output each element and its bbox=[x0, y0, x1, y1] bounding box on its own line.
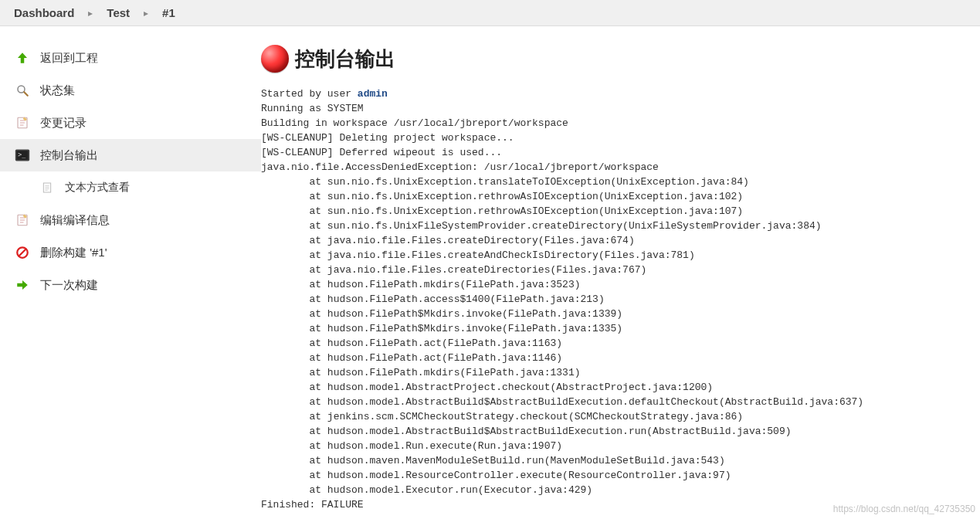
svg-line-1 bbox=[24, 92, 28, 96]
chevron-right-icon: ▸ bbox=[88, 8, 93, 19]
sidebar-item-status[interactable]: 状态集 bbox=[0, 74, 261, 107]
breadcrumb-project[interactable]: Test bbox=[107, 6, 130, 19]
sidebar-item-label: 状态集 bbox=[40, 83, 75, 98]
main-content: 控制台输出 Started by user admin Running as S… bbox=[261, 26, 980, 515]
sidebar: 返回到工程 状态集 变更记录 >_ 控制台输出 文本方式查看 bbox=[0, 26, 261, 515]
arrow-right-icon bbox=[14, 276, 31, 293]
sidebar-item-label: 变更记录 bbox=[40, 116, 86, 131]
page-title: 控制台输出 bbox=[295, 46, 395, 73]
log-body: Running as SYSTEM Building in workspace … bbox=[261, 103, 863, 511]
sidebar-item-label: 返回到工程 bbox=[40, 51, 98, 66]
svg-line-19 bbox=[19, 249, 27, 257]
sidebar-item-label: 删除构建 '#1' bbox=[40, 246, 107, 260]
sidebar-item-next[interactable]: 下一次构建 bbox=[0, 269, 261, 301]
notepad-icon bbox=[14, 114, 31, 131]
document-icon bbox=[39, 179, 56, 196]
svg-rect-9 bbox=[43, 183, 50, 192]
sidebar-item-edit[interactable]: 编辑编译信息 bbox=[0, 204, 261, 236]
build-failure-icon bbox=[261, 45, 289, 73]
ban-icon bbox=[14, 244, 31, 261]
sidebar-item-label: 下一次构建 bbox=[40, 278, 98, 293]
arrow-up-icon bbox=[14, 49, 31, 66]
breadcrumb-build[interactable]: #1 bbox=[162, 6, 175, 19]
console-output: Started by user admin Running as SYSTEM … bbox=[261, 86, 980, 512]
sidebar-item-label: 编辑编译信息 bbox=[40, 213, 110, 228]
sidebar-item-back[interactable]: 返回到工程 bbox=[0, 42, 261, 74]
search-icon bbox=[14, 82, 31, 99]
breadcrumb: Dashboard ▸ Test ▸ #1 bbox=[0, 0, 980, 26]
sidebar-item-label: 控制台输出 bbox=[40, 148, 98, 163]
sidebar-item-plaintext[interactable]: 文本方式查看 bbox=[0, 171, 261, 204]
sidebar-item-changes[interactable]: 变更记录 bbox=[0, 107, 261, 139]
log-started-by: Started by user bbox=[261, 88, 358, 100]
svg-text:>_: >_ bbox=[18, 151, 26, 159]
page-heading: 控制台输出 bbox=[261, 45, 980, 73]
terminal-icon: >_ bbox=[14, 147, 31, 164]
chevron-right-icon: ▸ bbox=[144, 8, 148, 19]
sidebar-item-delete[interactable]: 删除构建 '#1' bbox=[0, 236, 261, 269]
breadcrumb-dashboard[interactable]: Dashboard bbox=[14, 6, 74, 19]
log-user-link[interactable]: admin bbox=[358, 88, 388, 100]
notepad-icon bbox=[14, 212, 31, 229]
sidebar-item-console[interactable]: >_ 控制台输出 bbox=[0, 139, 261, 171]
sidebar-item-label: 文本方式查看 bbox=[65, 181, 130, 195]
